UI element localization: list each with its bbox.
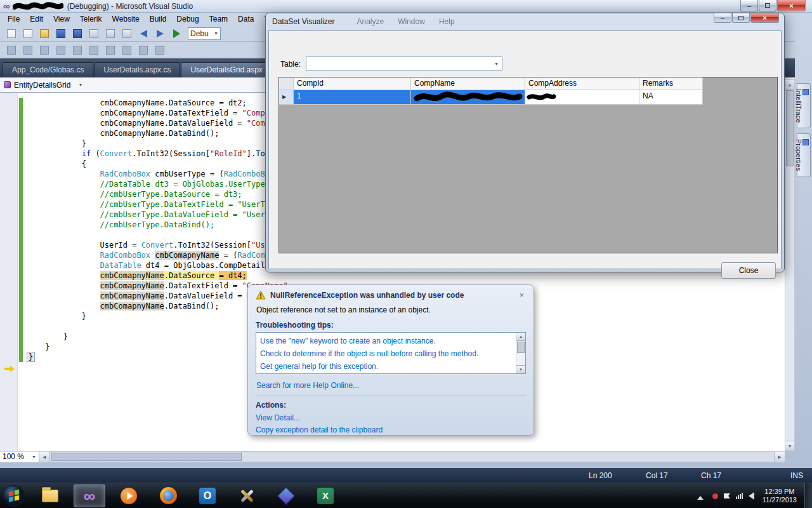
cell-compaddress[interactable] <box>525 90 639 105</box>
side-tab-intellitrace[interactable]: IntelliTrace <box>797 83 811 128</box>
cell-compid[interactable]: 1 <box>294 90 411 105</box>
show-desktop-button[interactable] <box>804 483 812 508</box>
menu-item-data[interactable]: Data <box>233 13 259 25</box>
window-title: (Debugging) - Microsoft Visual Studio <box>67 2 193 11</box>
cell-remarks[interactable]: NA <box>639 90 703 105</box>
new-project-button[interactable] <box>4 27 19 41</box>
save-button[interactable] <box>53 27 69 41</box>
taskbar-item-explorer[interactable] <box>34 485 66 507</box>
start-debug-button[interactable] <box>169 27 184 41</box>
cell-compname[interactable] <box>411 90 525 105</box>
uncomment-button[interactable] <box>86 43 102 57</box>
doc-tab-1[interactable]: App_Code/Globas.cs <box>3 62 93 77</box>
paste-button[interactable] <box>119 27 134 41</box>
bookmark-button[interactable] <box>136 43 151 57</box>
properties-icon <box>802 139 809 145</box>
add-item-icon <box>23 29 32 38</box>
dialog-close-button[interactable]: Close <box>721 262 776 279</box>
indent-button[interactable] <box>103 43 118 57</box>
action-link-2[interactable]: Copy exception detail to the clipboard <box>256 424 526 436</box>
tips-scrollbar[interactable]: ▲ ▼ <box>516 333 525 373</box>
data-grid[interactable]: CompIdCompNameCompAddressRemarks ▶ 1 <box>278 77 778 253</box>
save-all-button[interactable] <box>70 27 85 41</box>
volume-icon[interactable] <box>749 492 754 500</box>
menu-item-file[interactable]: File <box>3 13 25 25</box>
maximize-button[interactable] <box>732 13 750 23</box>
status-bar: Ln 200 Col 17 Ch 17 INS <box>0 468 812 483</box>
cut-button[interactable] <box>86 27 102 41</box>
redo-button[interactable] <box>152 27 167 41</box>
glass-menu-item-analyze: Analyze <box>351 16 390 27</box>
editor-horizontal-scrollbar[interactable]: 100 % ▼ ◀ ▶ <box>0 451 785 462</box>
scroll-up-icon[interactable]: ▲ <box>785 80 794 90</box>
menu-item-telerik[interactable]: Telerik <box>75 13 107 25</box>
close-button[interactable]: × <box>750 13 779 23</box>
search-help-online-link[interactable]: Search for more Help Online... <box>256 379 526 392</box>
undo-button[interactable] <box>136 27 151 41</box>
minimize-button[interactable]: – <box>740 0 758 11</box>
copy-button[interactable] <box>103 27 118 41</box>
taskbar-item-outlook[interactable]: O <box>192 485 223 507</box>
close-icon[interactable]: × <box>517 290 526 300</box>
error-list-button[interactable] <box>53 43 69 57</box>
side-tab-properties[interactable]: Properties <box>797 133 811 177</box>
maximize-button[interactable] <box>759 0 776 11</box>
scroll-down-icon[interactable]: ▼ <box>516 365 525 373</box>
column-header-compid[interactable]: CompId <box>294 77 411 90</box>
solution-explorer-button[interactable] <box>4 43 19 57</box>
menu-item-team[interactable]: Team <box>204 13 233 25</box>
doc-tab-2[interactable]: UserDetails.aspx.cs <box>94 62 180 77</box>
scroll-down-icon[interactable]: ▼ <box>785 441 794 450</box>
scrollbar-thumb[interactable] <box>786 90 794 166</box>
breakpoint-margin[interactable] <box>0 93 18 451</box>
exception-message: Object reference not set to an instance … <box>256 305 526 314</box>
properties-window-button[interactable] <box>20 43 36 57</box>
table-combobox[interactable]: ▼ <box>306 57 502 70</box>
row-selector-cell[interactable]: ▶ <box>279 90 294 105</box>
scroll-left-icon[interactable]: ◀ <box>39 451 50 462</box>
menu-item-website[interactable]: Website <box>107 13 145 25</box>
troubleshooting-tips-list[interactable]: Use the "new" keyword to create an objec… <box>256 332 526 374</box>
scroll-up-icon[interactable]: ▲ <box>516 333 525 341</box>
taskbar-item-cube-app[interactable] <box>270 485 302 507</box>
open-file-button[interactable] <box>37 27 52 41</box>
action-center-flag-icon[interactable] <box>724 493 730 498</box>
action-link-1[interactable]: View Detail... <box>256 412 526 424</box>
tip-link-2[interactable]: Check to determine if the object is null… <box>260 347 513 360</box>
grid-data-row[interactable]: ▶ 1 NA <box>279 90 777 105</box>
column-header-remarks[interactable]: Remarks <box>639 77 703 90</box>
menu-item-debug[interactable]: Debug <box>171 13 204 25</box>
dialog-title-bar[interactable]: DataSet Visualizer AnalyzeWindowHelp – × <box>266 13 784 30</box>
start-button[interactable] <box>1 483 27 508</box>
notification-icon[interactable] <box>712 493 718 499</box>
find-button[interactable] <box>152 43 167 57</box>
debug-target-combo[interactable]: Debu ▼ <box>188 27 221 40</box>
add-item-button[interactable] <box>20 27 36 41</box>
tray-expand-icon[interactable] <box>697 493 704 500</box>
menu-item-build[interactable]: Build <box>145 13 172 25</box>
menu-item-edit[interactable]: Edit <box>25 13 48 25</box>
zoom-control[interactable]: 100 % ▼ <box>0 451 39 462</box>
scroll-right-icon[interactable]: ▶ <box>774 451 785 462</box>
doc-tab-3[interactable]: UserDetailsGrid.aspx <box>181 62 272 77</box>
taskbar-item-visual-studio[interactable]: ∞ <box>74 485 105 507</box>
toolbox-button[interactable] <box>37 43 52 57</box>
column-header-compaddress[interactable]: CompAddress <box>525 77 639 90</box>
tip-link-3[interactable]: Get general help for this exception. <box>260 360 513 373</box>
taskbar-item-repair-tool[interactable] <box>231 485 263 507</box>
taskbar-item-media-player[interactable] <box>113 485 145 507</box>
menu-item-view[interactable]: View <box>48 13 75 25</box>
tip-link-1[interactable]: Use the "new" keyword to create an objec… <box>260 335 513 347</box>
taskbar-item-excel[interactable]: X <box>310 485 341 507</box>
editor-vertical-scrollbar[interactable]: ▲ ▼ <box>785 79 795 451</box>
column-header-compname[interactable]: CompName <box>411 77 525 90</box>
scrollbar-thumb[interactable] <box>51 453 242 461</box>
comment-button[interactable] <box>70 43 85 57</box>
minimize-button[interactable]: – <box>714 13 731 23</box>
scrollbar-thumb[interactable] <box>517 342 525 353</box>
taskbar-item-firefox[interactable] <box>152 485 184 507</box>
clock[interactable]: 12:39 PM 11/27/2013 <box>763 488 797 504</box>
close-button[interactable]: × <box>777 0 806 11</box>
outdent-button[interactable] <box>119 43 134 57</box>
network-icon[interactable] <box>736 493 743 499</box>
